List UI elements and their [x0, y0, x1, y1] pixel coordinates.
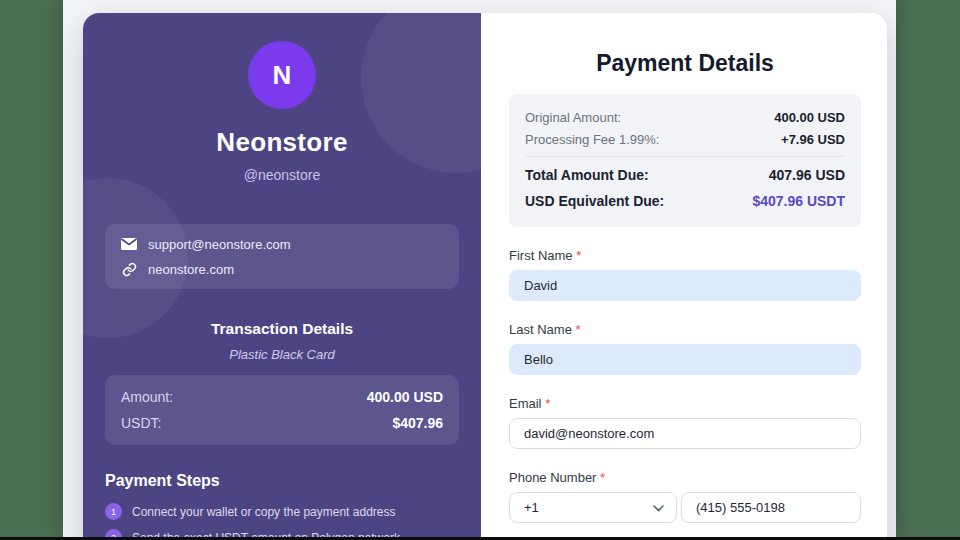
email-field[interactable] [509, 418, 861, 449]
payment-step: 1 Connect your wallet or copy the paymen… [105, 503, 459, 520]
amount-row: Amount: 400.00 USD [121, 384, 443, 410]
payment-steps-title: Payment Steps [105, 472, 459, 490]
processing-fee-label: Processing Fee 1.99%: [525, 132, 659, 147]
step-text: Connect your wallet or copy the payment … [132, 505, 395, 519]
first-name-label: First Name * [509, 248, 861, 263]
chevron-down-icon [653, 500, 664, 515]
store-handle: @neonstore [83, 167, 481, 183]
page-background: N Neonstore @neonstore support@neonstore… [63, 0, 896, 537]
first-name-field[interactable] [509, 270, 861, 301]
step-number-badge: 1 [105, 503, 122, 520]
contact-email: support@neonstore.com [148, 237, 291, 252]
payment-step: 2 Send the exact USDT amount on Polygon … [105, 529, 459, 537]
country-code-select[interactable]: +1 [509, 492, 677, 523]
required-asterisk: * [576, 322, 581, 337]
payment-summary-box: Original Amount: 400.00 USD Processing F… [509, 94, 861, 227]
step-text: Send the exact USDT amount on Polygon ne… [132, 531, 400, 538]
usdt-label: USDT: [121, 415, 161, 431]
amount-box: Amount: 400.00 USD USDT: $407.96 [105, 375, 459, 445]
store-name: Neonstore [83, 127, 481, 158]
first-name-group: First Name * [509, 248, 861, 301]
summary-row: Processing Fee 1.99%: +7.96 USD [525, 128, 845, 150]
required-asterisk: * [600, 470, 605, 485]
transaction-product: Plastic Black Card [83, 347, 481, 362]
usd-equivalent-label: USD Equivalent Due: [525, 193, 664, 209]
contact-website: neonstore.com [148, 262, 234, 277]
processing-fee-value: +7.96 USD [781, 132, 845, 147]
last-name-group: Last Name * [509, 322, 861, 375]
summary-row: Original Amount: 400.00 USD [525, 106, 845, 128]
contact-email-row: support@neonstore.com [121, 236, 443, 252]
amount-label: Amount: [121, 389, 173, 405]
usdt-value: $407.96 [392, 415, 443, 431]
contact-website-row: neonstore.com [121, 261, 443, 277]
merchant-panel: N Neonstore @neonstore support@neonstore… [83, 13, 481, 537]
payment-card: N Neonstore @neonstore support@neonstore… [83, 13, 887, 537]
total-due-label: Total Amount Due: [525, 167, 649, 183]
original-amount-label: Original Amount: [525, 110, 621, 125]
transaction-details-title: Transaction Details [83, 320, 481, 338]
total-due-value: 407.96 USD [769, 167, 845, 183]
step-number-badge: 2 [105, 529, 122, 537]
last-name-label: Last Name * [509, 322, 861, 337]
amount-value: 400.00 USD [367, 389, 443, 405]
page-title: Payment Details [509, 50, 861, 77]
email-group: Email * [509, 396, 861, 449]
email-label: Email * [509, 396, 861, 411]
desktop-backdrop: N Neonstore @neonstore support@neonstore… [0, 0, 960, 537]
usd-equivalent-value: $407.96 USDT [752, 193, 845, 209]
required-asterisk: * [545, 396, 550, 411]
country-code-value: +1 [524, 500, 539, 515]
required-asterisk: * [576, 248, 581, 263]
contact-box: support@neonstore.com neonstore.com [105, 224, 459, 289]
total-due-row: Total Amount Due: 407.96 USD [525, 162, 845, 188]
payment-form-section: Payment Details Original Amount: 400.00 … [481, 13, 887, 537]
phone-number-field[interactable] [681, 492, 861, 523]
summary-divider [525, 156, 845, 157]
link-icon [121, 261, 137, 277]
payment-steps-list: 1 Connect your wallet or copy the paymen… [105, 503, 459, 537]
merchant-avatar: N [248, 41, 316, 109]
last-name-field[interactable] [509, 344, 861, 375]
phone-label: Phone Number * [509, 470, 861, 485]
usd-equivalent-row: USD Equivalent Due: $407.96 USDT [525, 188, 845, 214]
original-amount-value: 400.00 USD [774, 110, 845, 125]
email-icon [121, 236, 137, 252]
usdt-row: USDT: $407.96 [121, 410, 443, 436]
phone-group: Phone Number * +1 [509, 470, 861, 523]
